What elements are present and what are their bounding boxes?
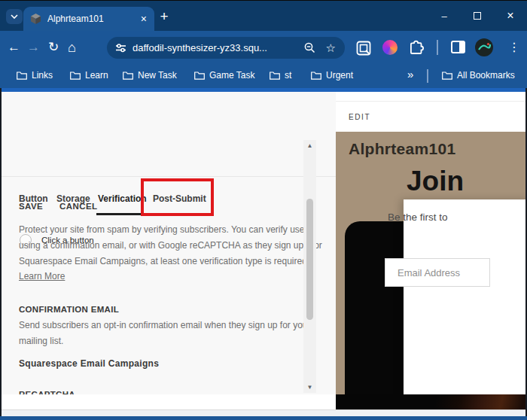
newsletter-settings-panel: SAVE CANCEL Click a button Button Storag… xyxy=(2,92,336,394)
folder-icon xyxy=(194,72,205,80)
folder-icon xyxy=(311,72,321,80)
preview-edit-bar: EDIT xyxy=(336,101,527,132)
squarespace-email-campaigns-label: Squarespace Email Campaigns xyxy=(19,358,159,369)
folder-icon xyxy=(123,72,133,80)
site-footer-image-strip xyxy=(336,394,527,409)
post-submit-highlight-annotation xyxy=(141,178,214,216)
bookmarks-bar: Links Learn New Task Game Task st Urgent… xyxy=(0,65,527,88)
browser-tab[interactable]: Alphrteam101 × xyxy=(23,7,154,31)
site-info-icon[interactable] xyxy=(115,43,126,53)
status-strip xyxy=(2,409,525,416)
section-divider xyxy=(2,176,336,177)
newsletter-signup-card xyxy=(404,199,527,394)
screenshot-extension-icon[interactable] xyxy=(356,41,371,56)
zoom-icon[interactable] xyxy=(304,42,315,53)
folder-icon xyxy=(270,72,280,80)
bookmark-label: st xyxy=(285,70,291,81)
maximize-icon xyxy=(474,12,481,20)
window-border-left xyxy=(0,88,2,416)
newsletter-heading: Join xyxy=(407,166,464,197)
extensions-puzzle-icon[interactable] xyxy=(409,40,424,55)
bookmark-folder-learn[interactable]: Learn xyxy=(70,70,108,81)
verification-description-line: using a confirmation email, or with Goog… xyxy=(19,240,322,251)
bookmark-folder-new-task[interactable]: New Task xyxy=(123,70,177,81)
scroll-up-icon[interactable]: ▲ xyxy=(303,140,316,151)
new-tab-button[interactable]: + xyxy=(157,8,172,25)
all-bookmarks-button[interactable]: All Bookmarks xyxy=(442,70,515,81)
active-tab-underline xyxy=(96,213,142,215)
tab-verification[interactable]: Verification xyxy=(98,193,147,204)
chevron-down-icon xyxy=(11,14,18,19)
titlebar: Alphrteam101 × + – × xyxy=(0,1,527,31)
learn-more-link[interactable]: Learn More xyxy=(19,271,65,282)
address-bar[interactable]: daffodil-synthesizer-yz33.squ... ☆ xyxy=(107,37,345,59)
confirmation-email-heading: CONFIRMATION EMAIL xyxy=(19,305,119,314)
minimize-button[interactable]: – xyxy=(428,11,461,22)
window-controls: – × xyxy=(428,1,527,31)
verification-description-line: Squarespace Email Campaigns, at least on… xyxy=(19,256,309,266)
folder-icon xyxy=(442,72,452,80)
bookmark-label: Urgent xyxy=(326,70,353,81)
confirmation-email-body-line: Send subscribers an opt-in confirmation … xyxy=(19,320,311,330)
newsletter-subtext: Be the first to xyxy=(388,212,448,223)
bookmark-label: Learn xyxy=(85,70,108,81)
bookmark-label: All Bookmarks xyxy=(457,70,515,81)
menu-dots-icon[interactable]: ⋮ xyxy=(508,40,520,55)
panel-scrollbar[interactable]: ▲ ▼ xyxy=(303,140,316,393)
scrollbar-thumb[interactable] xyxy=(306,199,313,320)
close-button[interactable]: × xyxy=(494,9,527,23)
newsletter-background-image xyxy=(345,221,405,394)
folder-icon xyxy=(17,72,27,80)
tab-storage[interactable]: Storage xyxy=(56,193,90,204)
bookmark-folder-game-task[interactable]: Game Task xyxy=(194,70,254,81)
bookmark-label: Game Task xyxy=(209,70,254,81)
edit-menu-item[interactable]: EDIT xyxy=(349,113,370,121)
browser-window: Alphrteam101 × + – × ← → ↻ ⌂ daffodil-sy… xyxy=(0,0,527,420)
bookmark-folder-st[interactable]: st xyxy=(270,70,291,81)
side-panel-fill xyxy=(459,42,464,52)
bookmarks-separator xyxy=(427,69,428,83)
tab-close-icon[interactable]: × xyxy=(141,13,147,25)
confirmation-email-body-line: mailing list. xyxy=(19,336,63,346)
bookmarks-overflow-icon[interactable]: » xyxy=(407,68,413,81)
folder-icon xyxy=(70,72,81,80)
ai-assistant-extension-icon[interactable] xyxy=(382,40,398,55)
site-title[interactable]: Alphrteam101 xyxy=(349,140,456,158)
toolbar-separator xyxy=(437,40,438,55)
bookmark-folder-links[interactable]: Links xyxy=(17,70,53,81)
email-address-input[interactable] xyxy=(385,258,490,287)
bookmark-label: New Task xyxy=(138,70,177,81)
back-icon[interactable]: ← xyxy=(8,40,20,55)
tab-search-button[interactable] xyxy=(6,9,23,24)
forward-icon[interactable]: → xyxy=(27,40,40,55)
tab-favicon-cube-icon xyxy=(30,13,41,25)
profile-avatar[interactable] xyxy=(475,38,493,56)
window-border-bottom xyxy=(0,416,527,420)
url-text[interactable]: daffodil-synthesizer-yz33.squ... xyxy=(133,42,304,53)
side-panel-icon[interactable] xyxy=(451,41,465,53)
tab-button[interactable]: Button xyxy=(19,193,48,204)
site-header-band: Alphrteam101 Join Be the first to xyxy=(336,132,527,394)
bookmark-star-icon[interactable]: ☆ xyxy=(326,41,336,55)
reload-icon[interactable]: ↻ xyxy=(48,40,59,55)
verification-description-line: Protect your site from spam by verifying… xyxy=(19,224,312,235)
tab-title: Alphrteam101 xyxy=(47,14,141,24)
maximize-button[interactable] xyxy=(461,11,494,22)
scroll-down-icon[interactable]: ▼ xyxy=(303,382,316,393)
bookmark-folder-urgent[interactable]: Urgent xyxy=(311,70,353,81)
site-preview-panel: EDIT Alphrteam101 Join Be the first to xyxy=(336,92,527,394)
bookmark-label: Links xyxy=(32,70,53,81)
page-background-strip xyxy=(2,394,336,409)
home-icon[interactable]: ⌂ xyxy=(68,40,76,55)
